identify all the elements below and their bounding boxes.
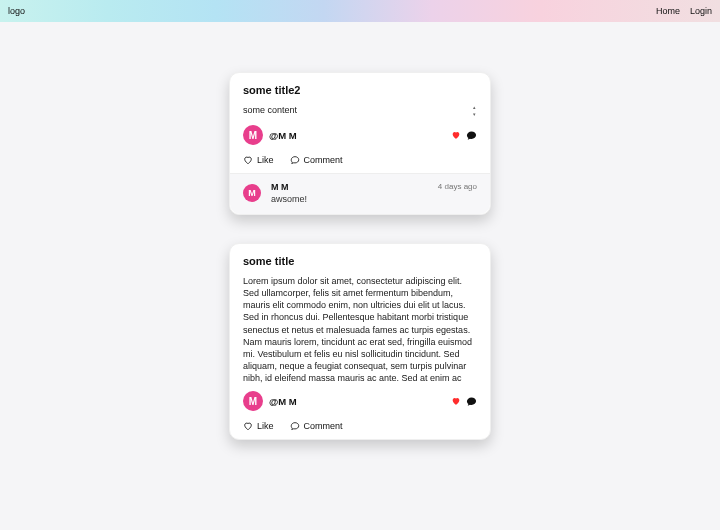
post-card: some title2 some content ▴▾ M @M M bbox=[229, 72, 491, 215]
post-content[interactable]: Lorem ipsum dolor sit amet, consectetur … bbox=[243, 275, 477, 383]
author-handle[interactable]: @M M bbox=[269, 130, 297, 141]
heart-icon[interactable] bbox=[451, 396, 461, 406]
comment-button[interactable]: Comment bbox=[290, 155, 343, 165]
comment-outline-icon bbox=[290, 155, 300, 165]
post-title: some title2 bbox=[243, 84, 477, 96]
avatar[interactable]: M bbox=[243, 391, 263, 411]
logo-text[interactable]: logo bbox=[8, 6, 25, 16]
nav: Home Login bbox=[656, 6, 712, 16]
comment-icon[interactable] bbox=[466, 396, 477, 407]
post-card: some title Lorem ipsum dolor sit amet, c… bbox=[229, 243, 491, 440]
comment-time: 4 days ago bbox=[438, 182, 477, 204]
feed: some title2 some content ▴▾ M @M M bbox=[0, 22, 720, 450]
avatar[interactable]: M bbox=[243, 184, 261, 202]
comment-body: awsome! bbox=[271, 194, 307, 204]
comment-author: M M bbox=[271, 182, 307, 192]
scroll-indicator: ▴▾ bbox=[471, 104, 477, 117]
heart-outline-icon bbox=[243, 155, 253, 165]
comment-block: M M M awsome! 4 days ago bbox=[230, 173, 490, 214]
app-header: logo Home Login bbox=[0, 0, 720, 22]
avatar[interactable]: M bbox=[243, 125, 263, 145]
author-handle[interactable]: @M M bbox=[269, 396, 297, 407]
heart-icon[interactable] bbox=[451, 130, 461, 140]
comment-button[interactable]: Comment bbox=[290, 421, 343, 431]
post-title: some title bbox=[243, 255, 477, 267]
heart-outline-icon bbox=[243, 421, 253, 431]
like-button[interactable]: Like bbox=[243, 155, 274, 165]
nav-home[interactable]: Home bbox=[656, 6, 680, 16]
comment-icon[interactable] bbox=[466, 130, 477, 141]
like-button[interactable]: Like bbox=[243, 421, 274, 431]
post-content: some content bbox=[243, 104, 465, 116]
nav-login[interactable]: Login bbox=[690, 6, 712, 16]
comment-outline-icon bbox=[290, 421, 300, 431]
